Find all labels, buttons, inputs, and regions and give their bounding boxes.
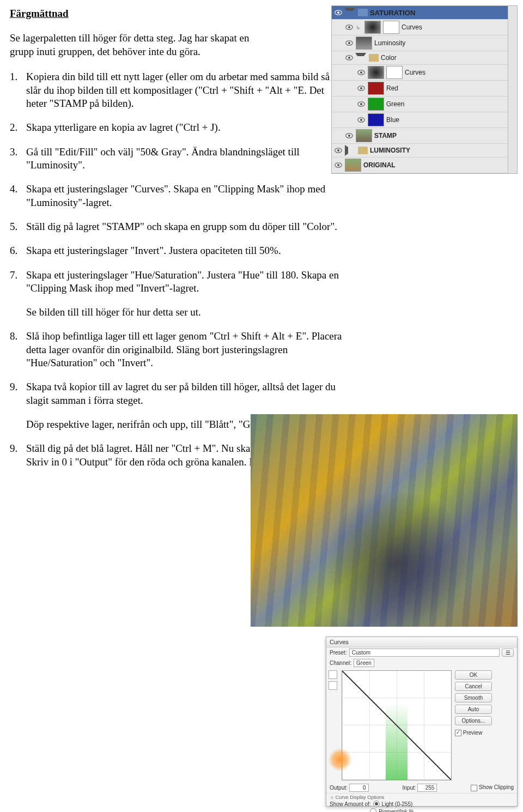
step-text: Skapa ett justeringslager "Invert". Just…	[26, 245, 281, 256]
layer-label: Red	[386, 84, 506, 92]
svg-point-3	[348, 26, 350, 28]
step-text: Skapa ett justeringslager "Hue/Saturatio…	[26, 269, 339, 294]
step-2: 2. Skapa ytterligare en kopia av lagret …	[10, 121, 342, 134]
eye-icon[interactable]	[334, 147, 343, 154]
layer-blue[interactable]: Blue	[332, 112, 508, 128]
layer-thumb	[345, 159, 361, 172]
eye-icon[interactable]	[345, 54, 354, 62]
eye-icon[interactable]	[357, 100, 366, 108]
layer-label: STAMP	[374, 132, 506, 140]
step-number: 1.	[10, 70, 17, 83]
adjustment-thumb	[364, 21, 381, 34]
folder-icon	[369, 54, 379, 62]
step-text: Ställ dig på lagret "STAMP" och skapa en…	[26, 221, 337, 232]
folder-icon	[358, 147, 368, 154]
result-preview-image	[251, 414, 518, 487]
eye-icon[interactable]	[334, 161, 343, 169]
svg-point-1	[337, 11, 339, 14]
disclosure-triangle-icon[interactable]	[345, 145, 355, 156]
eye-icon[interactable]	[357, 69, 366, 76]
step-text: Gå till "Edit/Fill" och välj "50& Gray".…	[26, 146, 300, 171]
layer-group-color[interactable]: Color	[332, 51, 508, 65]
step-number: 7.	[10, 269, 17, 282]
step-8: 8. Slå ihop befintliga lager till ett la…	[10, 330, 342, 369]
layer-label: SATURATION	[370, 9, 506, 17]
disclosure-triangle-icon[interactable]	[344, 8, 355, 17]
intro-paragraph: Se lagerpaletten till höger för detta st…	[10, 32, 260, 58]
layer-label: LUMINOSITY	[370, 147, 506, 154]
step-number: 4.	[10, 183, 17, 196]
svg-point-19	[337, 149, 339, 152]
step-number: 3.	[10, 146, 17, 159]
layer-thumb	[356, 129, 372, 142]
layer-label: Luminosity	[374, 39, 506, 47]
eye-icon[interactable]	[357, 116, 366, 124]
layer-luminosity[interactable]: Luminosity	[332, 35, 508, 51]
adjustment-thumb	[368, 66, 384, 79]
svg-point-11	[360, 87, 362, 89]
step-7-note: Se bilden till till höger för hur detta …	[10, 306, 342, 319]
eye-icon[interactable]	[345, 39, 354, 47]
layer-thumb	[368, 113, 384, 126]
svg-point-13	[360, 103, 362, 105]
step-number: 6.	[10, 244, 17, 257]
layer-label: ORIGINAL	[363, 161, 506, 169]
step-number: 9.	[10, 380, 17, 393]
svg-point-21	[337, 164, 339, 166]
step-4: 4. Skapa ett justeringslager "Curves". S…	[10, 183, 342, 209]
step-9a: 9. Skapa två kopior till av lagret du se…	[10, 380, 342, 407]
clip-indicator-icon: ↳	[356, 25, 362, 31]
step-text: Skapa ytterligare en kopia av lagret ("C…	[26, 122, 221, 133]
mask-thumb	[386, 66, 403, 79]
step-number: 9.	[10, 442, 17, 455]
svg-point-15	[360, 119, 362, 121]
layer-thumb	[368, 82, 384, 95]
svg-point-9	[360, 71, 362, 74]
layer-original[interactable]: ORIGINAL	[332, 157, 508, 173]
step-number: 5.	[10, 220, 17, 233]
eye-icon[interactable]	[334, 9, 343, 16]
svg-point-5	[348, 42, 350, 44]
step-3: 3. Gå till "Edit/Fill" och välj "50& Gra…	[10, 146, 342, 172]
layer-curves-2[interactable]: Curves	[332, 65, 508, 81]
step-6: 6. Skapa ett justeringslager "Invert". J…	[10, 244, 342, 257]
layer-label: Color	[381, 54, 506, 62]
layer-group-saturation[interactable]: SATURATION	[332, 6, 508, 20]
layer-red[interactable]: Red	[332, 81, 508, 96]
step-text: Skapa två kopior till av lagret du ser p…	[26, 381, 336, 405]
step-text: Slå ihop befintliga lager till ett lager…	[26, 330, 342, 368]
svg-point-17	[348, 135, 350, 137]
step-1: 1. Kopiera din bild till ett nytt lager …	[10, 70, 342, 110]
svg-point-7	[348, 57, 350, 59]
layer-label: Blue	[386, 116, 506, 124]
layer-green[interactable]: Green	[332, 96, 508, 112]
eye-icon[interactable]	[345, 23, 354, 31]
layer-label: Green	[386, 100, 506, 108]
layer-label: Curves	[405, 69, 506, 76]
layer-label: Curves	[402, 23, 506, 31]
eye-icon[interactable]	[345, 132, 354, 140]
disclosure-triangle-icon[interactable]	[355, 53, 366, 63]
step-number: 2.	[10, 121, 17, 134]
scrollbar[interactable]	[508, 6, 517, 173]
step-7: 7. Skapa ett justeringslager "Hue/Satura…	[10, 269, 342, 295]
layer-thumb	[368, 98, 384, 111]
step-5: 5. Ställ dig på lagret "STAMP" och skapa…	[10, 220, 342, 233]
step-text: Kopiera din bild till ett nytt lager (el…	[26, 71, 330, 109]
layer-group-luminosity[interactable]: LUMINOSITY	[332, 144, 508, 157]
layers-panel: SATURATION ↳ Curves Luminosity Color	[331, 5, 518, 174]
eye-icon[interactable]	[357, 84, 366, 92]
step-text: Skapa ett justeringslager "Curves". Skap…	[26, 183, 325, 208]
layer-stamp[interactable]: STAMP	[332, 128, 508, 144]
layer-thumb	[356, 37, 372, 50]
step-number: 8.	[10, 330, 17, 343]
folder-icon	[358, 9, 368, 16]
layer-curves[interactable]: ↳ Curves	[332, 20, 508, 35]
step-text: Se bilden till till höger för hur detta …	[26, 306, 201, 318]
mask-thumb	[383, 21, 399, 34]
